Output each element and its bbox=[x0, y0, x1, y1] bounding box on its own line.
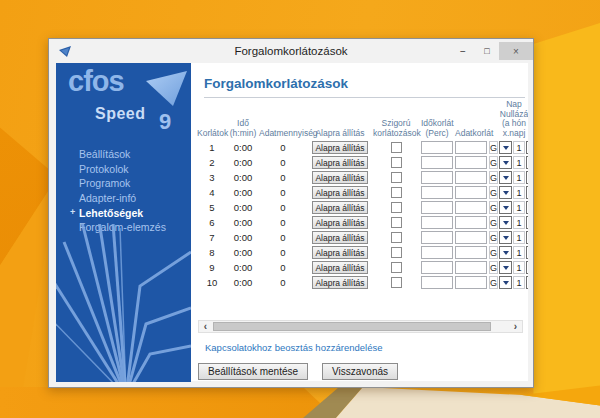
reset-day-select[interactable]: 1 bbox=[513, 171, 528, 185]
time-limit-input[interactable] bbox=[421, 216, 453, 229]
data-limit-input[interactable] bbox=[455, 201, 487, 214]
data-limit-input[interactable] bbox=[455, 276, 487, 289]
data-unit-select[interactable]: G bbox=[489, 201, 511, 215]
scroll-right-icon[interactable]: › bbox=[509, 321, 522, 332]
reset-button[interactable]: Alapra állítás bbox=[312, 231, 368, 244]
data-limit-input[interactable] bbox=[455, 231, 487, 244]
reset-button[interactable]: Alapra állítás bbox=[312, 186, 368, 199]
reset-day-select[interactable]: 1 bbox=[513, 201, 528, 215]
save-settings-button[interactable]: Beállítások mentése bbox=[198, 363, 308, 380]
strict-limit-checkbox[interactable] bbox=[391, 277, 402, 288]
undo-button[interactable]: Visszavonás bbox=[322, 363, 398, 380]
assign-schedule-link[interactable]: Kapcsolatokhoz beosztás hozzárendelése bbox=[205, 342, 382, 353]
reset-day-select[interactable]: 1 bbox=[513, 231, 528, 245]
data-limit-input[interactable] bbox=[455, 156, 487, 169]
close-icon[interactable]: × bbox=[499, 42, 533, 60]
data-limit-input[interactable] bbox=[455, 246, 487, 259]
reset-button[interactable]: Alapra állítás bbox=[312, 171, 368, 184]
data-unit-select[interactable]: G bbox=[489, 246, 511, 260]
reset-day-select[interactable]: 1 bbox=[513, 156, 528, 170]
data-unit-select[interactable]: G bbox=[489, 141, 511, 155]
reset-day-select[interactable]: 1 bbox=[513, 276, 528, 290]
time-limit-input[interactable] bbox=[421, 261, 453, 274]
time-limit-input[interactable] bbox=[421, 246, 453, 259]
dropdown-arrow-icon[interactable] bbox=[526, 171, 528, 184]
reset-day-select[interactable]: 1 bbox=[513, 216, 528, 230]
data-unit-select[interactable]: G bbox=[489, 171, 511, 185]
dropdown-arrow-icon[interactable] bbox=[499, 246, 512, 259]
reset-day-select[interactable]: 1 bbox=[513, 246, 528, 260]
dropdown-arrow-icon[interactable] bbox=[499, 156, 512, 169]
dropdown-arrow-icon[interactable] bbox=[499, 261, 512, 274]
data-unit-select[interactable]: G bbox=[489, 231, 511, 245]
dropdown-arrow-icon[interactable] bbox=[499, 186, 512, 199]
scrollbar-thumb[interactable] bbox=[213, 322, 491, 331]
data-limit-input[interactable] bbox=[455, 141, 487, 154]
dropdown-arrow-icon[interactable] bbox=[499, 141, 512, 154]
scroll-left-icon[interactable]: ‹ bbox=[199, 321, 212, 332]
data-unit-value: G bbox=[489, 231, 498, 244]
dropdown-arrow-icon[interactable] bbox=[526, 186, 528, 199]
sidebar-item-protokolok[interactable]: Protokolok bbox=[56, 163, 191, 178]
col-header-idokorlat: Időkorlát (Perc) bbox=[421, 119, 453, 140]
reset-day-select[interactable]: 1 bbox=[513, 141, 528, 155]
strict-limit-checkbox[interactable] bbox=[391, 262, 402, 273]
strict-limit-checkbox[interactable] bbox=[391, 157, 402, 168]
dropdown-arrow-icon[interactable] bbox=[526, 261, 528, 274]
sidebar-item-beallitasok[interactable]: Beállítások bbox=[56, 148, 191, 163]
time-limit-input[interactable] bbox=[421, 186, 453, 199]
time-limit-input[interactable] bbox=[421, 276, 453, 289]
strict-limit-checkbox[interactable] bbox=[391, 202, 402, 213]
data-limit-input[interactable] bbox=[455, 216, 487, 229]
time-limit-input[interactable] bbox=[421, 171, 453, 184]
dropdown-arrow-icon[interactable] bbox=[526, 246, 528, 259]
dropdown-arrow-icon[interactable] bbox=[499, 171, 512, 184]
dropdown-arrow-icon[interactable] bbox=[526, 201, 528, 214]
strict-limit-checkbox[interactable] bbox=[391, 232, 402, 243]
reset-button[interactable]: Alapra állítás bbox=[312, 216, 368, 229]
strict-limit-checkbox[interactable] bbox=[391, 217, 402, 228]
data-unit-select[interactable]: G bbox=[489, 261, 511, 275]
reset-day-value: 1 bbox=[513, 231, 525, 244]
sidebar: cfos Speed 9 Beállítások Protokolo bbox=[56, 63, 191, 382]
reset-button[interactable]: Alapra állítás bbox=[312, 246, 368, 259]
strict-limit-checkbox[interactable] bbox=[391, 172, 402, 183]
reset-button[interactable]: Alapra állítás bbox=[312, 201, 368, 214]
dropdown-arrow-icon[interactable] bbox=[526, 231, 528, 244]
dropdown-arrow-icon[interactable] bbox=[526, 276, 528, 289]
dropdown-arrow-icon[interactable] bbox=[499, 216, 512, 229]
data-limit-input[interactable] bbox=[455, 171, 487, 184]
reset-day-select[interactable]: 1 bbox=[513, 186, 528, 200]
reset-button[interactable]: Alapra állítás bbox=[312, 261, 368, 274]
strict-limit-checkbox[interactable] bbox=[391, 142, 402, 153]
reset-button[interactable]: Alapra állítás bbox=[312, 276, 368, 289]
dropdown-arrow-icon[interactable] bbox=[526, 216, 528, 229]
horizontal-scrollbar[interactable]: ‹ › bbox=[198, 320, 523, 333]
strict-limit-checkbox[interactable] bbox=[391, 187, 402, 198]
minimize-icon[interactable]: − bbox=[451, 42, 475, 60]
dropdown-arrow-icon[interactable] bbox=[526, 141, 528, 154]
maximize-icon[interactable]: □ bbox=[475, 42, 499, 60]
reset-button[interactable]: Alapra állítás bbox=[312, 141, 368, 154]
reset-button[interactable]: Alapra állítás bbox=[312, 156, 368, 169]
time-limit-input[interactable] bbox=[421, 231, 453, 244]
dropdown-arrow-icon[interactable] bbox=[526, 156, 528, 169]
data-limit-input[interactable] bbox=[455, 261, 487, 274]
data-unit-select[interactable]: G bbox=[489, 186, 511, 200]
dropdown-arrow-icon[interactable] bbox=[499, 276, 512, 289]
data-unit-select[interactable]: G bbox=[489, 216, 511, 230]
time-limit-input[interactable] bbox=[421, 201, 453, 214]
dropdown-arrow-icon[interactable] bbox=[499, 231, 512, 244]
sidebar-item-lehetosegek[interactable]: +Lehetőségek bbox=[56, 207, 191, 222]
data-unit-select[interactable]: G bbox=[489, 276, 511, 290]
time-limit-input[interactable] bbox=[421, 156, 453, 169]
reset-day-select[interactable]: 1 bbox=[513, 261, 528, 275]
data-unit-select[interactable]: G bbox=[489, 156, 511, 170]
sidebar-item-adapter-info[interactable]: Adapter-infó bbox=[56, 192, 191, 207]
titlebar[interactable]: Forgalomkorlátozások − □ × bbox=[49, 39, 533, 63]
time-limit-input[interactable] bbox=[421, 141, 453, 154]
strict-limit-checkbox[interactable] bbox=[391, 247, 402, 258]
data-limit-input[interactable] bbox=[455, 186, 487, 199]
dropdown-arrow-icon[interactable] bbox=[499, 201, 512, 214]
sidebar-item-programok[interactable]: Programok bbox=[56, 177, 191, 192]
